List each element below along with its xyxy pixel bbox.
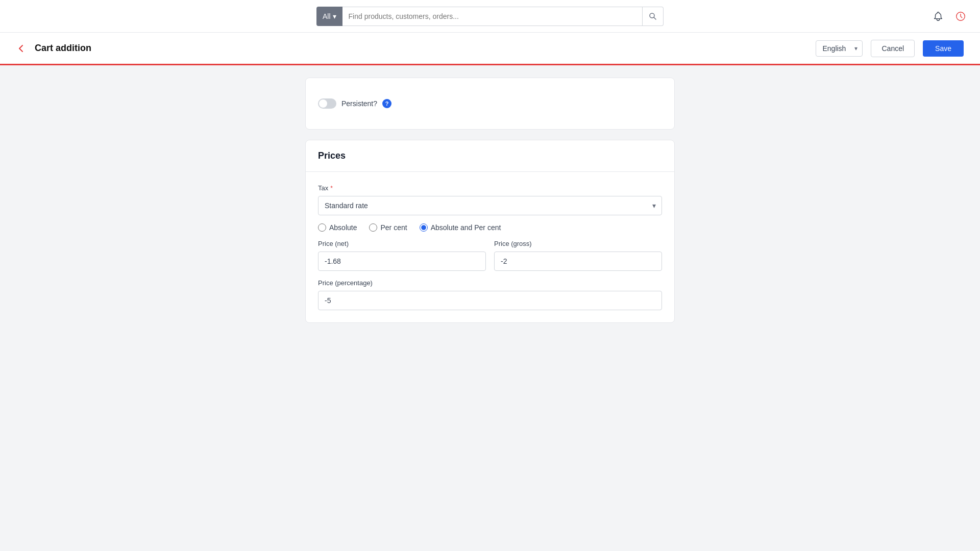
radio-percent-label: Per cent	[380, 223, 407, 232]
radio-absolute-label: Absolute	[329, 223, 357, 232]
radio-absolute-percent-input[interactable]	[420, 223, 428, 232]
search-icon	[649, 12, 657, 20]
radio-percent-input[interactable]	[369, 223, 377, 232]
search-bar: All ▾	[316, 7, 664, 26]
price-net-group: Price (net)	[318, 240, 486, 271]
persistent-label: Persistent?	[341, 99, 377, 108]
main-content: Persistent? ? Prices Tax *	[0, 65, 980, 551]
page-header: Cart addition English Cancel Save	[0, 33, 980, 65]
clock-icon[interactable]	[953, 9, 968, 23]
persistent-section: Persistent? ?	[318, 90, 662, 117]
radio-absolute-percent-label: Absolute and Per cent	[431, 223, 501, 232]
tax-label: Tax *	[318, 184, 662, 192]
search-filter-button[interactable]: All ▾	[316, 7, 342, 26]
radio-absolute[interactable]: Absolute	[318, 223, 357, 232]
price-net-label: Price (net)	[318, 240, 486, 247]
page-title: Cart addition	[35, 43, 807, 54]
nav-icons	[931, 9, 968, 23]
save-button[interactable]: Save	[923, 40, 964, 57]
required-indicator: *	[330, 185, 333, 192]
prices-section-title: Prices	[306, 140, 674, 172]
cancel-button[interactable]: Cancel	[871, 40, 915, 57]
tax-select[interactable]: Standard rate	[318, 196, 662, 215]
price-type-radio-group: Absolute Per cent Absolute and Per cent	[318, 223, 662, 232]
search-filter-label: All	[323, 12, 331, 20]
content-area: Persistent? ? Prices Tax *	[305, 78, 675, 539]
prices-card: Prices Tax * Standard rate	[305, 140, 675, 323]
top-nav: All ▾	[0, 0, 980, 33]
price-gross-group: Price (gross)	[494, 240, 662, 271]
price-percentage-label: Price (percentage)	[318, 279, 662, 287]
svg-line-1	[654, 17, 656, 19]
radio-percent[interactable]: Per cent	[369, 223, 407, 232]
tax-select-wrapper: Standard rate	[318, 196, 662, 215]
search-input[interactable]	[342, 7, 643, 26]
price-percentage-input[interactable]	[318, 291, 662, 310]
persistent-card: Persistent? ?	[305, 78, 675, 130]
help-icon[interactable]: ?	[382, 99, 391, 108]
back-button[interactable]	[16, 43, 27, 54]
price-net-gross-row: Price (net) Price (gross)	[318, 240, 662, 271]
price-percentage-group: Price (percentage)	[318, 279, 662, 310]
language-selector-wrapper: English	[816, 40, 863, 57]
tax-form-group: Tax * Standard rate	[318, 184, 662, 215]
price-net-input[interactable]	[318, 252, 486, 271]
filter-chevron-icon: ▾	[333, 12, 336, 20]
search-submit-button[interactable]	[643, 7, 664, 26]
price-gross-label: Price (gross)	[494, 240, 662, 247]
persistent-toggle[interactable]	[318, 98, 336, 109]
notification-bell-icon[interactable]	[931, 9, 945, 23]
radio-absolute-percent[interactable]: Absolute and Per cent	[420, 223, 501, 232]
language-selector[interactable]: English	[816, 40, 863, 57]
price-gross-input[interactable]	[494, 252, 662, 271]
back-arrow-icon	[16, 43, 27, 54]
radio-absolute-input[interactable]	[318, 223, 326, 232]
